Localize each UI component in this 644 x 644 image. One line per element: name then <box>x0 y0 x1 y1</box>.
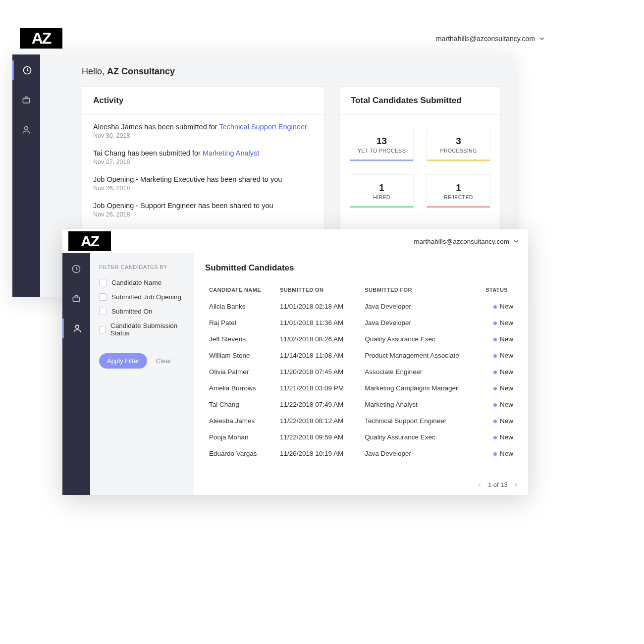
cell-name: William Stone <box>205 347 276 364</box>
table-row[interactable]: Alicia Banks11/01/2018 02:18 AMJava Deve… <box>205 298 517 315</box>
user-menu[interactable]: marthahills@azconsultancy.com <box>436 35 545 43</box>
stat-number: 1 <box>379 182 384 193</box>
table-row[interactable]: Olivia Palmer11/20/2018 07:45 AMAssociat… <box>205 364 517 380</box>
sidebar-item-dashboard[interactable] <box>12 60 40 80</box>
status-dot-icon <box>493 338 497 341</box>
activity-date: Nov 26, 2018 <box>93 211 313 218</box>
stat-box-yet-to-process[interactable]: 13YET TO PROCESS <box>350 128 414 161</box>
filter-option-label: Candidate Submission Status <box>110 322 185 337</box>
sidebar-item-candidates[interactable] <box>12 120 40 140</box>
svg-point-5 <box>75 325 79 328</box>
svg-rect-1 <box>23 99 29 103</box>
divider <box>99 344 185 344</box>
apply-filter-button[interactable]: Apply Filter <box>99 353 147 369</box>
filter-panel: FILTER CANDIDATES BY Candidate NameSubmi… <box>90 253 194 495</box>
activity-date: Nov 26, 2018 <box>93 185 313 192</box>
clear-filter-button[interactable]: Clear <box>156 357 171 365</box>
stat-underline <box>350 206 413 208</box>
stat-number: 13 <box>376 136 387 147</box>
checkbox[interactable] <box>99 326 106 333</box>
filter-option-label: Candidate Name <box>111 279 161 286</box>
cell-submitted-for: Technical Support Engineer <box>361 413 482 429</box>
cell-submitted-on: 11/22/2018 07:49 AM <box>276 396 361 413</box>
stat-number: 1 <box>456 182 461 193</box>
cell-submitted-for: Marketing Campaigns Manager <box>361 380 482 396</box>
activity-date: Nov 30, 2018 <box>93 132 313 139</box>
cell-name: Jeff Stevens <box>205 331 276 347</box>
user-menu[interactable]: marthahills@azconsultancy.com <box>414 238 519 245</box>
cell-status: New <box>482 364 517 380</box>
pagination: ‹ 1 of 13 › <box>479 480 517 489</box>
cell-submitted-on: 11/01/2018 02:18 AM <box>276 298 361 315</box>
next-page-button[interactable]: › <box>515 480 517 489</box>
status-dot-icon <box>493 371 497 374</box>
stat-underline <box>427 160 490 161</box>
sidebar-item-jobs[interactable] <box>12 90 40 110</box>
user-email: marthahills@azconsultancy.com <box>436 35 535 43</box>
prev-page-button[interactable]: ‹ <box>479 480 481 489</box>
cell-name: Alicia Banks <box>205 298 276 315</box>
cell-submitted-for: Associate Engineer <box>361 364 482 380</box>
status-dot-icon <box>493 436 497 439</box>
stat-number: 3 <box>456 136 461 147</box>
filter-option[interactable]: Submitted On <box>99 308 185 315</box>
table-row[interactable]: Pooja Mohan11/22/2018 09:59 AMQuality As… <box>205 429 517 445</box>
stat-label: REJECTED <box>444 194 473 200</box>
activity-date: Nov 27, 2018 <box>93 159 313 165</box>
col-status[interactable]: STATUS <box>482 282 517 298</box>
activity-text: Job Opening - Support Engineer has been … <box>93 202 313 210</box>
cell-submitted-on: 11/01/2018 11:36 AM <box>276 315 361 331</box>
sidebar-item-jobs[interactable] <box>62 289 90 309</box>
activity-link[interactable]: Marketing Analyst <box>203 149 259 157</box>
filter-option[interactable]: Candidate Name <box>99 279 185 286</box>
sidebar-nav <box>12 54 40 297</box>
filter-option[interactable]: Candidate Submission Status <box>99 322 185 337</box>
activity-item: Job Opening - Marketing Executive has be… <box>82 170 324 197</box>
activity-list: Aleesha James has been submitted for Tec… <box>82 115 324 226</box>
greeting: Hello, AZ Consultancy <box>82 66 175 77</box>
filter-option[interactable]: Submitted Job Opening <box>99 293 185 301</box>
checkbox[interactable] <box>99 279 107 286</box>
chevron-down-icon <box>539 36 545 42</box>
greeting-prefix: Hello, <box>82 66 107 76</box>
cell-submitted-on: 11/21/2018 03:09 PM <box>276 380 361 396</box>
table-row[interactable]: Tai Chang11/22/2018 07:49 AMMarketing An… <box>205 396 517 413</box>
person-icon <box>21 125 31 135</box>
cell-submitted-for: Java Developer <box>361 445 482 462</box>
cell-name: Aleesha James <box>205 413 276 429</box>
sidebar-item-dashboard[interactable] <box>62 259 90 279</box>
cell-status: New <box>482 315 517 331</box>
cell-submitted-for: Java Developer <box>361 315 482 331</box>
table-row[interactable]: Eduardo Vargas11/26/2018 10:19 AMJava De… <box>205 445 517 462</box>
table-row[interactable]: William Stone11/14/2018 11:08 AMProduct … <box>205 347 517 364</box>
table-row[interactable]: Amelia Burrows11/21/2018 03:09 PMMarketi… <box>205 380 517 396</box>
table-row[interactable]: Jeff Stevens11/02/2018 08:26 AMQuality A… <box>205 331 517 347</box>
table-row[interactable]: Aleesha James11/22/2018 08:12 AMTechnica… <box>205 413 517 429</box>
activity-text: Tai Chang has been submitted for Marketi… <box>93 149 313 157</box>
col-submitted-for[interactable]: SUBMITTED FOR <box>361 282 482 298</box>
cell-name: Pooja Mohan <box>205 429 276 445</box>
stat-box-rejected[interactable]: 1REJECTED <box>427 174 490 208</box>
totals-title: Total Candidates Submitted <box>340 87 500 115</box>
table-row[interactable]: Raj Patel11/01/2018 11:36 AMJava Develop… <box>205 315 517 331</box>
status-dot-icon <box>493 403 497 407</box>
col-submitted-on[interactable]: SUBMITTED ON <box>276 282 361 298</box>
svg-point-2 <box>25 126 28 130</box>
cell-submitted-for: Marketing Analyst <box>361 396 482 413</box>
filter-option-label: Submitted Job Opening <box>111 293 181 301</box>
col-name[interactable]: CANDIDATE NAME <box>205 282 276 298</box>
stat-box-hired[interactable]: 1HIRED <box>350 174 414 208</box>
sidebar-item-candidates[interactable] <box>62 319 90 338</box>
cell-status: New <box>482 347 517 364</box>
stat-underline <box>350 160 413 161</box>
stat-label: PROCESSING <box>440 148 477 154</box>
cell-status: New <box>482 429 517 445</box>
activity-link[interactable]: Technical Support Engineer <box>219 123 307 131</box>
user-email: marthahills@azconsultancy.com <box>414 238 509 245</box>
checkbox[interactable] <box>99 308 107 315</box>
cell-name: Amelia Burrows <box>205 380 276 396</box>
stat-box-processing[interactable]: 3PROCESSING <box>427 128 490 161</box>
cell-submitted-on: 11/02/2018 08:26 AM <box>276 331 361 347</box>
status-dot-icon <box>493 420 497 423</box>
checkbox[interactable] <box>99 293 107 301</box>
